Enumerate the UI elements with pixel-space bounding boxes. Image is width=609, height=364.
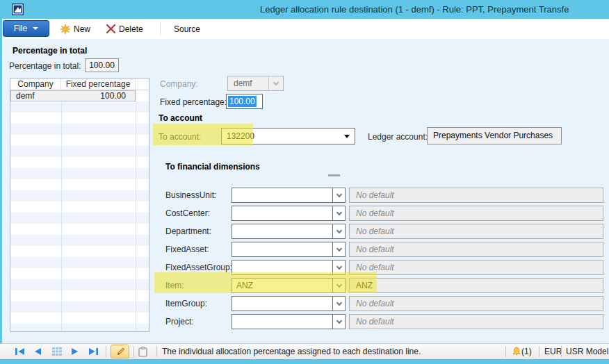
clipboard-icon <box>138 347 147 357</box>
dimension-value: ANZ <box>236 279 253 292</box>
dimension-label: Department: <box>165 226 211 236</box>
grid-view-button[interactable] <box>52 344 62 359</box>
notifications-button[interactable]: (1) <box>512 344 532 359</box>
dimension-default-field: No default <box>349 224 603 239</box>
new-star-icon <box>60 24 70 34</box>
dimension-default-field: No default <box>349 242 603 257</box>
column-header-company[interactable]: Company <box>10 78 61 90</box>
notification-count: (1) <box>521 347 532 356</box>
chevron-down-icon[interactable] <box>332 188 345 202</box>
chevron-down-icon <box>33 27 38 30</box>
status-bar: The individual allocation percentage ass… <box>0 343 609 359</box>
last-record-icon <box>88 347 99 356</box>
currency-indicator[interactable]: EUR <box>544 344 562 359</box>
dimension-combobox[interactable] <box>232 314 346 329</box>
chevron-down-icon[interactable] <box>332 297 345 311</box>
model-indicator[interactable]: USR Model <box>566 344 608 359</box>
dimension-label: FixedAsset: <box>165 245 209 254</box>
source-menu-label: Source <box>174 24 200 34</box>
delete-x-icon <box>106 24 115 33</box>
dimension-combobox[interactable]: ANZ <box>232 278 346 293</box>
title-bar: Ledger allocation rule destination (1 - … <box>0 0 609 19</box>
chevron-down-icon[interactable] <box>332 242 345 256</box>
new-button-label: New <box>74 24 90 34</box>
dimension-default-field: No default <box>349 296 603 311</box>
fixed-percentage-label: Fixed percentage: <box>160 97 227 107</box>
statusbar-separator <box>106 346 106 357</box>
dimension-row: Item: ANZ ANZ <box>154 278 609 295</box>
to-account-combobox[interactable]: 132200 <box>221 128 355 144</box>
delete-button-label: Delete <box>119 24 143 34</box>
grid-header: Company Fixed percentage <box>10 78 149 90</box>
chevron-down-icon <box>268 76 283 90</box>
dimension-row: ItemGroup: No default <box>154 296 609 313</box>
new-button[interactable]: New <box>60 19 90 39</box>
dimension-combobox[interactable] <box>232 206 346 221</box>
first-record-icon <box>15 347 25 356</box>
chevron-down-icon[interactable] <box>332 279 345 292</box>
dimension-row: CostCenter: No default <box>154 206 609 222</box>
window-border-bottom <box>0 359 609 364</box>
dimension-label: FixedAssetGroup: <box>165 263 232 272</box>
bell-icon <box>512 347 521 356</box>
company-dropdown: demf <box>227 76 284 91</box>
dropdown-arrow-icon[interactable] <box>344 135 350 138</box>
statusbar-separator <box>133 346 134 357</box>
ledger-account-value: Prepayments Vendor Purchases <box>433 128 553 144</box>
cell-company: demf <box>11 91 61 101</box>
statusbar-separator <box>539 346 539 357</box>
destination-grid[interactable]: Company Fixed percentage demf 100.00 <box>10 78 149 332</box>
ledger-account-label: Ledger account: <box>368 132 428 142</box>
dimension-label: ItemGroup: <box>165 299 207 308</box>
chevron-down-icon[interactable] <box>332 224 345 238</box>
next-record-icon <box>71 347 79 356</box>
dimension-combobox[interactable] <box>232 188 346 203</box>
last-record-button[interactable] <box>88 344 99 359</box>
file-menu-button[interactable]: File <box>3 20 49 37</box>
dimension-default-field: No default <box>349 188 603 203</box>
company-label: Company: <box>160 79 198 89</box>
previous-record-icon <box>33 347 42 356</box>
window-border-left <box>0 19 2 359</box>
grid-body[interactable] <box>10 90 149 331</box>
pencil-icon <box>115 347 125 356</box>
percentage-in-total-heading: Percentage in total <box>13 46 87 56</box>
dimension-row: BusinessUnit: No default <box>154 188 609 204</box>
first-record-button[interactable] <box>15 344 25 359</box>
chevron-down-icon[interactable] <box>332 206 345 220</box>
previous-record-button[interactable] <box>33 344 42 359</box>
delete-button[interactable]: Delete <box>106 19 143 39</box>
dimension-label: CostCenter: <box>165 208 210 218</box>
ledger-allocation-window: Ledger allocation rule destination (1 - … <box>0 0 609 364</box>
paste-button[interactable] <box>138 344 147 359</box>
fixed-percentage-selected-text: 100.00 <box>228 96 257 107</box>
file-menu-label: File <box>14 24 27 33</box>
dimension-combobox[interactable] <box>232 260 346 275</box>
source-menu-item[interactable]: Source <box>174 19 200 39</box>
chevron-down-icon[interactable] <box>332 260 345 274</box>
dimension-combobox[interactable] <box>232 242 346 257</box>
to-account-value: 132200 <box>227 129 254 144</box>
window-title: Ledger allocation rule destination (1 - … <box>260 0 569 19</box>
percentage-in-total-label: Percentage in total: <box>9 61 81 71</box>
dimension-row: Department: No default <box>154 224 609 240</box>
edit-record-button[interactable] <box>111 345 129 358</box>
statusbar-separator <box>156 346 157 357</box>
splitter-handle[interactable] <box>328 174 340 176</box>
dynamics-ax-app-icon[interactable] <box>12 3 24 15</box>
grid-column-divider <box>61 90 62 331</box>
table-row[interactable]: demf 100.00 <box>10 90 136 101</box>
dimension-label: BusinessUnit: <box>165 190 216 200</box>
fixed-percentage-input[interactable]: 100.00 <box>226 94 263 109</box>
company-dropdown-value: demf <box>234 76 252 90</box>
grid-column-divider <box>136 90 136 331</box>
column-header-fixed-percentage[interactable]: Fixed percentage <box>61 78 136 90</box>
next-record-button[interactable] <box>71 344 79 359</box>
dimension-label: Item: <box>165 281 184 290</box>
chevron-down-icon[interactable] <box>332 315 345 329</box>
dimension-combobox[interactable] <box>232 224 346 239</box>
to-account-heading: To account <box>159 113 202 123</box>
toolbar: File New Delete Source <box>2 19 609 39</box>
toolbar-separator <box>160 22 161 35</box>
dimension-combobox[interactable] <box>232 296 346 311</box>
